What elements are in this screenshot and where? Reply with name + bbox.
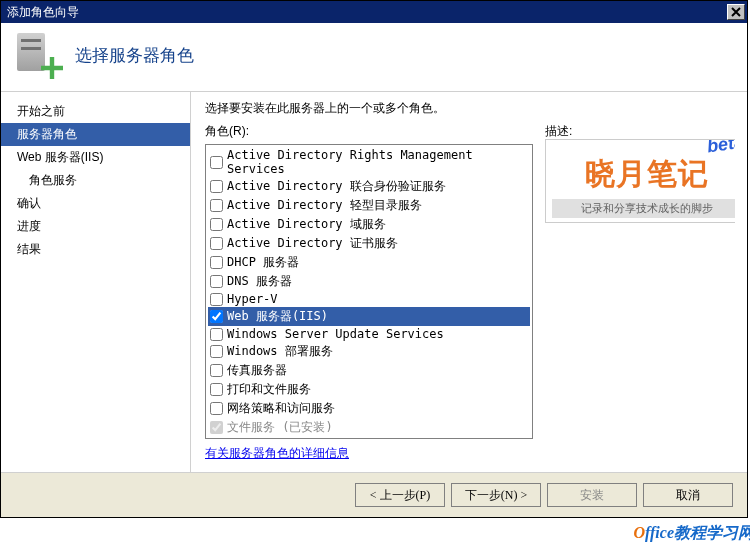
watermark-text: ffice教程学习网: [645, 524, 750, 541]
watermark: Office教程学习网: [633, 523, 750, 544]
main-panel: 选择要安装在此服务器上的一个或多个角色。 角色(R): Active Direc…: [191, 92, 747, 472]
window-title: 添加角色向导: [7, 4, 79, 21]
role-label-15: 应用程序服务器: [227, 438, 311, 439]
sidebar: 开始之前服务器角色Web 服务器(IIS)角色服务确认进度结果: [1, 92, 191, 472]
sidebar-item-3[interactable]: 角色服务: [1, 169, 190, 192]
role-checkbox-14: [210, 421, 223, 434]
role-item-6[interactable]: DNS 服务器: [208, 272, 530, 291]
columns: 角色(R): Active Directory Rights Managemen…: [205, 123, 735, 468]
titlebar: 添加角色向导: [1, 1, 747, 23]
role-item-9[interactable]: Windows Server Update Services: [208, 326, 530, 342]
role-label-6: DNS 服务器: [227, 273, 292, 290]
install-button: 安装: [547, 483, 637, 507]
role-item-5[interactable]: DHCP 服务器: [208, 253, 530, 272]
sidebar-item-4[interactable]: 确认: [1, 192, 190, 215]
role-item-11[interactable]: 传真服务器: [208, 361, 530, 380]
watermark-o: O: [633, 524, 645, 541]
role-label-11: 传真服务器: [227, 362, 287, 379]
role-checkbox-13[interactable]: [210, 402, 223, 415]
sidebar-item-5[interactable]: 进度: [1, 215, 190, 238]
role-checkbox-11[interactable]: [210, 364, 223, 377]
more-info-link[interactable]: 有关服务器角色的详细信息: [205, 445, 533, 468]
role-label-2: Active Directory 轻型目录服务: [227, 197, 422, 214]
role-label-4: Active Directory 证书服务: [227, 235, 398, 252]
page-title: 选择服务器角色: [75, 44, 194, 67]
role-checkbox-2[interactable]: [210, 199, 223, 212]
role-checkbox-1[interactable]: [210, 180, 223, 193]
sidebar-item-1[interactable]: 服务器角色: [1, 123, 190, 146]
description-column: 描述: Web 服务器(IIS)提供可靠、可管理 beta 晓月笔记 记录和分享…: [545, 123, 735, 468]
close-icon: [731, 7, 741, 17]
role-item-10[interactable]: Windows 部署服务: [208, 342, 530, 361]
role-label-7: Hyper-V: [227, 292, 278, 306]
description-label: 描述:: [545, 123, 735, 140]
role-item-0[interactable]: Active Directory Rights Management Servi…: [208, 147, 530, 177]
role-item-7[interactable]: Hyper-V: [208, 291, 530, 307]
role-checkbox-5[interactable]: [210, 256, 223, 269]
server-role-icon: [17, 33, 61, 77]
role-checkbox-9[interactable]: [210, 328, 223, 341]
role-checkbox-6[interactable]: [210, 275, 223, 288]
role-item-14: 文件服务 (已安装): [208, 418, 530, 437]
role-checkbox-12[interactable]: [210, 383, 223, 396]
logo-overlay: beta 晓月笔记 记录和分享技术成长的脚步: [545, 139, 735, 223]
role-item-3[interactable]: Active Directory 域服务: [208, 215, 530, 234]
role-checkbox-4[interactable]: [210, 237, 223, 250]
wizard-body: 开始之前服务器角色Web 服务器(IIS)角色服务确认进度结果 选择要安装在此服…: [1, 92, 747, 472]
role-item-15[interactable]: 应用程序服务器: [208, 437, 530, 439]
roles-listbox[interactable]: Active Directory Rights Management Servi…: [205, 144, 533, 439]
role-item-2[interactable]: Active Directory 轻型目录服务: [208, 196, 530, 215]
instruction-text: 选择要安装在此服务器上的一个或多个角色。: [205, 100, 735, 117]
role-checkbox-7[interactable]: [210, 293, 223, 306]
logo-sub: 记录和分享技术成长的脚步: [552, 199, 735, 218]
sidebar-item-2[interactable]: Web 服务器(IIS): [1, 146, 190, 169]
role-label-13: 网络策略和访问服务: [227, 400, 335, 417]
logo-main: 晓月笔记: [552, 154, 735, 195]
role-checkbox-8[interactable]: [210, 310, 223, 323]
role-label-10: Windows 部署服务: [227, 343, 333, 360]
sidebar-item-6[interactable]: 结果: [1, 238, 190, 261]
role-item-8[interactable]: Web 服务器(IIS): [208, 307, 530, 326]
roles-label: 角色(R):: [205, 123, 533, 140]
next-button[interactable]: 下一步(N) >: [451, 483, 541, 507]
sidebar-item-0[interactable]: 开始之前: [1, 100, 190, 123]
close-button[interactable]: [727, 4, 745, 20]
role-checkbox-10[interactable]: [210, 345, 223, 358]
role-label-3: Active Directory 域服务: [227, 216, 386, 233]
role-label-1: Active Directory 联合身份验证服务: [227, 178, 446, 195]
roles-column: 角色(R): Active Directory Rights Managemen…: [205, 123, 533, 468]
role-checkbox-0[interactable]: [210, 156, 223, 169]
role-item-13[interactable]: 网络策略和访问服务: [208, 399, 530, 418]
wizard-footer: < 上一步(P) 下一步(N) > 安装 取消: [1, 472, 747, 517]
wizard-window: 添加角色向导 选择服务器角色 开始之前服务器角色Web 服务器(IIS)角色服务…: [0, 0, 748, 518]
role-item-12[interactable]: 打印和文件服务: [208, 380, 530, 399]
role-item-4[interactable]: Active Directory 证书服务: [208, 234, 530, 253]
cancel-button[interactable]: 取消: [643, 483, 733, 507]
role-checkbox-3[interactable]: [210, 218, 223, 231]
role-item-1[interactable]: Active Directory 联合身份验证服务: [208, 177, 530, 196]
role-label-8: Web 服务器(IIS): [227, 308, 328, 325]
role-label-5: DHCP 服务器: [227, 254, 299, 271]
role-label-12: 打印和文件服务: [227, 381, 311, 398]
role-label-9: Windows Server Update Services: [227, 327, 444, 341]
role-label-0: Active Directory Rights Management Servi…: [227, 148, 528, 176]
wizard-header: 选择服务器角色: [1, 23, 747, 92]
role-label-14: 文件服务 (已安装): [227, 419, 333, 436]
previous-button[interactable]: < 上一步(P): [355, 483, 445, 507]
